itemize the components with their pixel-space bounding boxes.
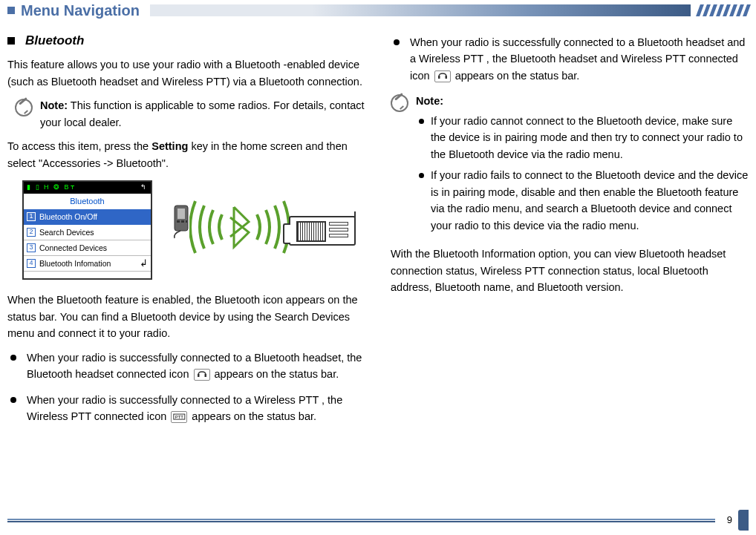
headset-connected-icon bbox=[194, 369, 210, 381]
note-icon bbox=[15, 99, 33, 116]
note-label: Note: bbox=[40, 99, 68, 111]
left-column: Bluetooth This feature allows you to use… bbox=[7, 31, 365, 433]
section-title: Bluetooth bbox=[25, 31, 84, 50]
svg-rect-1 bbox=[177, 209, 185, 219]
svg-rect-9 bbox=[445, 76, 447, 79]
menu-row-label: Bluetooth On/Off bbox=[39, 211, 97, 223]
svg-rect-2 bbox=[177, 220, 180, 223]
intro-paragraph: This feature allows you to use your radi… bbox=[7, 56, 365, 90]
footer-tab bbox=[738, 510, 749, 531]
screenshot-title: Bluetooth bbox=[24, 194, 151, 209]
return-icon: ↲ bbox=[140, 256, 148, 271]
bluetooth-illustration bbox=[170, 189, 356, 271]
page-header: Menu Navigation bbox=[7, 0, 749, 21]
headset-connected-icon bbox=[434, 70, 451, 82]
statusbar-left: ▮ ▯ H ❂ Bᴛ bbox=[27, 183, 76, 193]
list-item: When your radio is successfully connecte… bbox=[7, 349, 365, 383]
menu-row: 2Search Devices bbox=[24, 225, 151, 240]
page-title: Menu Navigation bbox=[21, 0, 140, 22]
note-icon bbox=[391, 94, 408, 112]
menu-row-label: Search Devices bbox=[39, 226, 94, 238]
note-block-right: Note: If your radio cannot connect to th… bbox=[391, 93, 749, 238]
menu-row-number: 2 bbox=[27, 228, 36, 237]
page-number: 9 bbox=[723, 513, 737, 528]
note-text: Note: This function is applicable to som… bbox=[40, 97, 365, 131]
menu-row-label: Connected Devices bbox=[39, 242, 107, 254]
note-body-text: This function is applicable to some radi… bbox=[40, 99, 365, 128]
header-gradient-bar bbox=[150, 4, 691, 16]
menu-row-label: Bluetooth Infomation bbox=[39, 257, 111, 269]
svg-rect-8 bbox=[438, 76, 440, 79]
menu-row-number: 4 bbox=[27, 259, 36, 268]
note-list-item: If your radio cannot connect to the Blue… bbox=[416, 113, 749, 163]
menu-row: 1Bluetooth On/Off bbox=[24, 209, 151, 225]
note-block: Note: This function is applicable to som… bbox=[15, 97, 365, 131]
radio-device-icon bbox=[289, 216, 356, 246]
note-list-item: If your radio fails to connect to the Bl… bbox=[416, 167, 749, 234]
bullet-text-post: appears on the status bar. bbox=[189, 410, 316, 422]
access-paragraph: To access this item, press the Setting k… bbox=[7, 138, 365, 171]
access-pre: To access this item, press the bbox=[7, 140, 151, 152]
note-bullet-list: If your radio cannot connect to the Blue… bbox=[416, 113, 749, 234]
header-stripes-icon bbox=[698, 4, 749, 16]
bullet-text-post: appears on the status bar. bbox=[452, 70, 580, 82]
menu-row-number: 3 bbox=[27, 243, 36, 252]
section-heading: Bluetooth bbox=[7, 31, 365, 50]
info-paragraph: With the Bluetooth Information option, y… bbox=[391, 246, 749, 295]
screenshot-statusbar: ▮ ▯ H ❂ Bᴛ ↰ bbox=[24, 182, 151, 194]
signal-waves-icon bbox=[189, 194, 290, 260]
radio-menu-screenshot: ▮ ▯ H ❂ Bᴛ ↰ Bluetooth 1Bluetooth On/Off… bbox=[22, 180, 152, 280]
svg-rect-3 bbox=[181, 220, 184, 223]
svg-rect-5 bbox=[198, 374, 200, 377]
svg-rect-6 bbox=[204, 374, 206, 377]
enabled-paragraph: When the Bluetooth feature is enabled, t… bbox=[7, 292, 365, 341]
menu-row: 4Bluetooth Infomation↲ bbox=[24, 256, 151, 272]
header-square-icon bbox=[7, 7, 15, 14]
list-item: When your radio is successfully connecte… bbox=[7, 392, 365, 425]
menu-row-number: 1 bbox=[27, 212, 36, 221]
figure-row: ▮ ▯ H ❂ Bᴛ ↰ Bluetooth 1Bluetooth On/Off… bbox=[22, 180, 365, 280]
ptt-connected-icon bbox=[171, 411, 187, 423]
menu-row: 3Connected Devices bbox=[24, 240, 151, 256]
bullet-text-post: appears on the status bar. bbox=[212, 368, 339, 380]
right-column: When your radio is successfully connecte… bbox=[391, 31, 749, 433]
page-footer: 9 bbox=[7, 510, 749, 531]
svg-rect-4 bbox=[186, 220, 187, 223]
footer-line bbox=[7, 519, 715, 522]
section-square-icon bbox=[7, 37, 15, 45]
right-bullet-list: When your radio is successfully connecte… bbox=[391, 34, 749, 84]
note-label: Note: bbox=[416, 95, 443, 107]
left-bullet-list: When your radio is successfully connecte… bbox=[7, 349, 365, 425]
access-key: Setting bbox=[151, 140, 188, 152]
statusbar-right: ↰ bbox=[140, 183, 148, 193]
list-item: When your radio is successfully connecte… bbox=[391, 34, 749, 84]
